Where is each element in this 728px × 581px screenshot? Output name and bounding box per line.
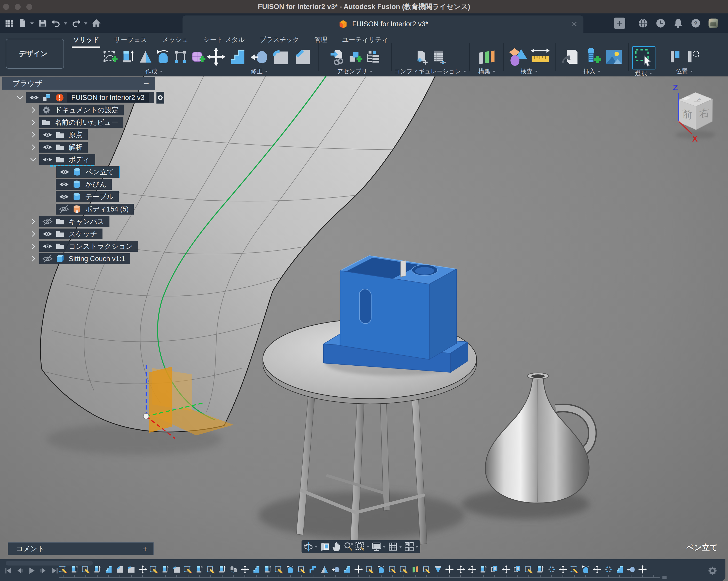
browser-item-ボディ154 (5)[interactable]: ボディ154 (5) bbox=[2, 204, 162, 214]
timeline-feature-revolve[interactable] bbox=[377, 564, 386, 574]
ribbon-group-label[interactable]: 挿入 bbox=[583, 68, 601, 75]
layout-grid-icon[interactable] bbox=[388, 541, 402, 552]
browser-item-ドキュメントの設定[interactable]: ドキュメントの設定 bbox=[2, 105, 162, 116]
timeline-feature-sketch[interactable] bbox=[400, 564, 409, 574]
timeline-feature-sketch[interactable] bbox=[59, 564, 68, 574]
timeline-feature-press-pull[interactable] bbox=[104, 564, 113, 574]
eye-icon[interactable] bbox=[42, 229, 53, 239]
minimize-window-button[interactable] bbox=[15, 4, 21, 10]
timeline-feature-move[interactable] bbox=[241, 564, 250, 574]
chevron-right-icon[interactable] bbox=[29, 230, 38, 238]
chevron-right-icon[interactable] bbox=[29, 130, 38, 139]
construct-planes-button[interactable] bbox=[477, 47, 497, 67]
timeline-feature-press-pull[interactable] bbox=[616, 564, 624, 574]
timeline-feature-loft[interactable] bbox=[320, 564, 329, 574]
ribbon-group-label[interactable]: アセンブリ bbox=[337, 68, 373, 75]
app-grid-icon[interactable] bbox=[4, 18, 15, 29]
timeline-feature-extrude[interactable] bbox=[263, 564, 272, 574]
save-icon[interactable] bbox=[37, 18, 48, 29]
eye-off-icon[interactable] bbox=[42, 254, 53, 264]
caret-down-icon[interactable] bbox=[314, 545, 318, 549]
chevron-right-icon[interactable] bbox=[29, 217, 38, 226]
document-tab[interactable]: FUISON for Interior2 v3* bbox=[183, 16, 583, 33]
eye-icon[interactable] bbox=[42, 154, 53, 165]
pattern-button[interactable] bbox=[173, 48, 188, 66]
timeline-feature-chamfer[interactable] bbox=[116, 564, 125, 574]
timeline-play-button[interactable] bbox=[27, 566, 36, 575]
timeline-feature-shell[interactable] bbox=[332, 564, 340, 574]
timeline-feature-sketch[interactable] bbox=[366, 564, 374, 574]
revolve-button[interactable] bbox=[155, 48, 171, 66]
timeline-feature-copy[interactable] bbox=[229, 564, 238, 574]
timeline-feature-sketch[interactable] bbox=[422, 564, 431, 574]
pan-icon[interactable] bbox=[332, 541, 342, 552]
caret-down-icon[interactable] bbox=[382, 545, 386, 549]
ribbon-tab-メッシュ[interactable]: メッシュ bbox=[162, 35, 188, 47]
caret-down-icon[interactable] bbox=[83, 21, 88, 26]
timeline-feature-pattern-rect[interactable] bbox=[513, 564, 522, 574]
browser-header[interactable]: ブラウザ − bbox=[2, 77, 155, 90]
browser-item-ボディ[interactable]: ボディ bbox=[2, 154, 162, 165]
timeline-feature-sweep[interactable] bbox=[309, 564, 317, 574]
extensions-globe-icon[interactable] bbox=[638, 18, 649, 29]
timeline-feature-move[interactable] bbox=[638, 564, 647, 574]
eye-icon[interactable] bbox=[29, 93, 39, 103]
browser-item-スケッチ[interactable]: スケッチ bbox=[2, 229, 162, 239]
move-button[interactable] bbox=[206, 47, 226, 67]
chevron-down-icon[interactable] bbox=[29, 155, 38, 164]
ribbon-tab-ユーティリティ[interactable]: ユーティリティ bbox=[342, 35, 388, 47]
timeline-feature-pattern-circ[interactable] bbox=[547, 564, 556, 574]
timeline-feature-move[interactable] bbox=[593, 564, 601, 574]
ribbon-group-label[interactable]: 選択 bbox=[635, 70, 653, 77]
timeline-skip-end-button[interactable] bbox=[51, 566, 59, 575]
timeline-feature-move[interactable] bbox=[354, 564, 363, 574]
timeline-feature-revolve[interactable] bbox=[286, 564, 295, 574]
chamfer-button[interactable] bbox=[293, 47, 313, 67]
insert-image-button[interactable] bbox=[604, 47, 624, 67]
config-box-button[interactable] bbox=[414, 48, 430, 66]
origin-point[interactable] bbox=[143, 413, 149, 419]
ground-component-button[interactable] bbox=[156, 92, 164, 104]
timeline-feature-move[interactable] bbox=[457, 564, 465, 574]
traffic-lights[interactable] bbox=[0, 0, 32, 14]
timeline-feature-sketch[interactable] bbox=[388, 564, 397, 574]
orbit-icon[interactable] bbox=[303, 541, 318, 552]
timeline-settings-gear-icon[interactable] bbox=[707, 565, 718, 577]
timeline-feature-extrude[interactable] bbox=[93, 564, 102, 574]
timeline-feature-pattern-circ[interactable] bbox=[604, 564, 613, 574]
timeline-feature-sketch[interactable] bbox=[82, 564, 90, 574]
timeline-feature-sketch[interactable] bbox=[150, 564, 158, 574]
notifications-bell-icon[interactable] bbox=[673, 18, 683, 29]
timeline-step-back-button[interactable] bbox=[16, 566, 24, 575]
timeline-skip-start-button[interactable] bbox=[4, 566, 12, 575]
zoom-window-button[interactable] bbox=[26, 4, 32, 10]
redo-icon[interactable] bbox=[71, 18, 82, 29]
timeline-feature-sketch[interactable] bbox=[297, 564, 306, 574]
joint-table-button[interactable] bbox=[365, 48, 381, 66]
chevron-right-icon[interactable] bbox=[29, 118, 38, 127]
caret-down-icon[interactable] bbox=[63, 21, 68, 26]
browser-item-原点[interactable]: 原点 bbox=[2, 129, 162, 140]
ribbon-tab-管理[interactable]: 管理 bbox=[314, 35, 327, 47]
eye-icon[interactable] bbox=[59, 179, 69, 190]
chevron-right-icon[interactable] bbox=[29, 242, 38, 251]
timeline-feature-sketch[interactable] bbox=[207, 564, 215, 574]
timeline-feature-extrude[interactable] bbox=[195, 564, 204, 574]
help-icon[interactable]: ? bbox=[690, 18, 701, 29]
pen-holder-body[interactable] bbox=[323, 256, 468, 372]
user-avatar[interactable] bbox=[708, 18, 719, 29]
browser-item-テーブル[interactable]: テーブル bbox=[2, 191, 162, 202]
timeline-feature-extrude[interactable] bbox=[479, 564, 488, 574]
timeline-feature-revolve[interactable] bbox=[581, 564, 590, 574]
zoom-icon[interactable] bbox=[343, 541, 354, 552]
close-window-button[interactable] bbox=[3, 4, 9, 10]
browser-item-名前の付いたビュー[interactable]: 名前の付いたビュー bbox=[2, 117, 162, 128]
ribbon-tab-プラスチック[interactable]: プラスチック bbox=[260, 35, 300, 47]
browser-item-Sitting Couch v1:1[interactable]: Sitting Couch v1:1 bbox=[2, 253, 162, 264]
config-table-button[interactable] bbox=[432, 48, 447, 66]
ribbon-group-label[interactable]: コンフィギュレーション bbox=[394, 68, 467, 75]
browser-item-解析[interactable]: 解析 bbox=[2, 142, 162, 153]
browser-item-ペン立て[interactable]: ペン立て bbox=[2, 167, 162, 177]
timeline-feature-move[interactable] bbox=[468, 564, 476, 574]
undo-icon[interactable] bbox=[51, 18, 61, 29]
